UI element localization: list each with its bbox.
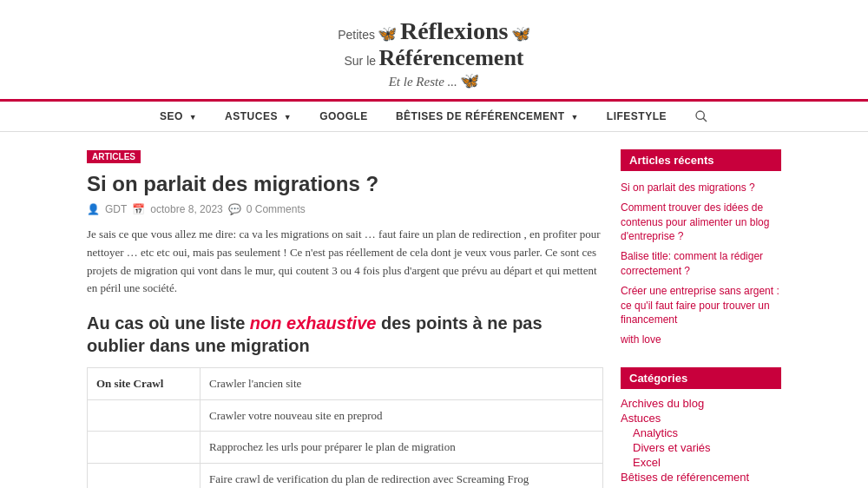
nav-link-betises[interactable]: BÊTISES DE RÉFÉRENCEMENT ▼ xyxy=(382,102,593,131)
category-link[interactable]: Bêtises de référencement xyxy=(621,471,749,484)
list-item: Excel xyxy=(621,455,781,470)
nav-item-lifestyle[interactable]: LIFESTYLE xyxy=(593,102,681,131)
list-item: Comment trouver des idées de contenus po… xyxy=(621,198,781,247)
recent-article-link[interactable]: with love xyxy=(621,330,781,350)
list-item: Divers et variés xyxy=(621,440,781,455)
table-item: Crawler l'ancien site xyxy=(201,368,603,400)
nav-link-google[interactable]: GOOGLE xyxy=(306,102,382,131)
list-item: Analytics xyxy=(621,425,781,440)
page-container: ARTICLES Si on parlait des migrations ? … xyxy=(78,132,790,488)
table-category xyxy=(88,432,201,464)
table-row: Faire crawl de verification du plan de r… xyxy=(88,463,603,488)
referencement-label: Référencement xyxy=(379,45,524,70)
svg-point-0 xyxy=(696,111,704,119)
nav-item-google[interactable]: GOOGLE xyxy=(306,102,382,131)
article-title: Si on parlait des migrations ? xyxy=(87,172,603,196)
category-link[interactable]: Astuces xyxy=(621,412,661,425)
categories-section: Catégories Archives du blogAstucesAnalyt… xyxy=(621,367,781,488)
article-badge: ARTICLES xyxy=(87,150,141,163)
list-item: Archives du blog xyxy=(621,396,781,411)
categories-list: Archives du blogAstucesAnalyticsDivers e… xyxy=(621,396,781,488)
subcategory-link[interactable]: Divers et variés xyxy=(633,441,711,454)
nav-item-seo[interactable]: SEO ▼ xyxy=(146,102,211,131)
meta-date: octobre 8, 2023 xyxy=(150,203,222,215)
butterfly-bottom: 🦋 xyxy=(460,72,479,89)
list-item: Bêtises de référencement xyxy=(621,470,781,485)
reflexions-label: Réflexions xyxy=(400,17,508,44)
subcategory-link[interactable]: Analytics xyxy=(633,426,678,439)
list-item: Créer une entreprise sans argent : ce qu… xyxy=(621,281,781,330)
search-icon xyxy=(694,109,708,123)
main-content: ARTICLES Si on parlait des migrations ? … xyxy=(87,149,603,488)
table-row: Rapprochez les urls pour préparer le pla… xyxy=(88,432,603,464)
recent-article-link[interactable]: Balise title: comment la rédiger correct… xyxy=(621,247,781,281)
section-heading: Au cas où une liste non exhaustive des p… xyxy=(87,312,603,357)
table-item: Rapprochez les urls pour préparer le pla… xyxy=(201,432,603,464)
table-item: Crawler votre nouveau site en preprod xyxy=(201,399,603,432)
list-item: with love xyxy=(621,330,781,350)
astuces-arrow: ▼ xyxy=(284,113,292,122)
recent-articles-title: Articles récents xyxy=(621,149,781,171)
site-title: Petites 🦋 Réflexions 🦋 Sur le Référencem… xyxy=(0,17,868,90)
categories-title: Catégories xyxy=(621,367,781,389)
meta-author-icon: 👤 xyxy=(87,203,100,215)
svg-line-1 xyxy=(703,118,707,122)
sur-le-label: Sur le xyxy=(344,54,376,68)
petites-label: Petites xyxy=(338,28,375,42)
heading-highlight: non exhaustive xyxy=(250,313,377,333)
table-category xyxy=(88,399,201,432)
butterfly-left: 🦋 xyxy=(378,25,397,43)
meta-date-icon: 📅 xyxy=(132,203,145,215)
nav-link-lifestyle[interactable]: LIFESTYLE xyxy=(593,102,681,131)
et-le-reste-label: Et le Reste ... xyxy=(389,75,457,89)
list-item: Astuces xyxy=(621,411,781,425)
migration-table: On site CrawlCrawler l'ancien siteCrawle… xyxy=(87,367,603,488)
table-row: On site CrawlCrawler l'ancien site xyxy=(88,368,603,400)
nav-item-astuces[interactable]: ASTUCES ▼ xyxy=(211,102,306,131)
table-item: Faire crawl de verification du plan de r… xyxy=(201,463,603,488)
butterfly-right: 🦋 xyxy=(511,25,530,43)
nav-link-seo[interactable]: SEO ▼ xyxy=(146,102,211,131)
table-category xyxy=(88,463,201,488)
sidebar: Articles récents Si on parlait des migra… xyxy=(621,149,781,488)
list-item: Si on parlait des migrations ? xyxy=(621,178,781,198)
main-nav: SEO ▼ ASTUCES ▼ GOOGLE BÊTISES DE RÉFÉRE… xyxy=(0,102,868,132)
recent-article-link[interactable]: Comment trouver des idées de contenus po… xyxy=(621,198,781,247)
recent-articles-section: Articles récents Si on parlait des migra… xyxy=(621,149,781,350)
table-category: On site Crawl xyxy=(88,368,201,400)
nav-link-astuces[interactable]: ASTUCES ▼ xyxy=(211,102,306,131)
article-meta: 👤 GDT 📅 octobre 8, 2023 💬 0 Comments xyxy=(87,203,603,215)
recent-article-link[interactable]: Si on parlait des migrations ? xyxy=(621,178,781,198)
heading-before: Au cas où une liste xyxy=(87,313,250,333)
nav-item-betises[interactable]: BÊTISES DE RÉFÉRENCEMENT ▼ xyxy=(382,102,593,131)
recent-article-link[interactable]: Créer une entreprise sans argent : ce qu… xyxy=(621,281,781,330)
list-item: Balise title: comment la rédiger correct… xyxy=(621,247,781,281)
search-button[interactable] xyxy=(681,109,722,123)
category-link[interactable]: Archives du blog xyxy=(621,397,704,410)
article-intro: Je sais ce que vous allez me dire: ca va… xyxy=(87,226,603,298)
site-header: Petites 🦋 Réflexions 🦋 Sur le Référencem… xyxy=(0,0,868,102)
recent-articles-list: Si on parlait des migrations ?Comment tr… xyxy=(621,178,781,350)
meta-author: GDT xyxy=(105,203,127,215)
meta-comment-icon: 💬 xyxy=(228,203,241,215)
subcategory-link[interactable]: Excel xyxy=(633,456,661,469)
list-item: Moto xyxy=(621,485,781,488)
betises-arrow: ▼ xyxy=(570,113,578,122)
seo-arrow: ▼ xyxy=(189,113,197,122)
meta-comments: 0 Comments xyxy=(247,203,306,215)
table-row: Crawler votre nouveau site en preprod xyxy=(88,399,603,432)
